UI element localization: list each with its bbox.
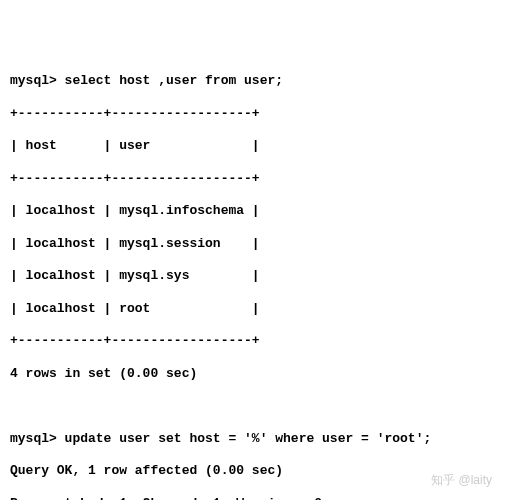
table-header: | host | user |: [10, 138, 496, 154]
blank-line: [10, 398, 496, 414]
table-row: | localhost | mysql.session |: [10, 236, 496, 252]
terminal-line-prompt: mysql> select host ,user from user;: [10, 73, 496, 89]
result-footer: 4 rows in set (0.00 sec): [10, 366, 496, 382]
terminal-line-prompt: mysql> update user set host = '%' where …: [10, 431, 496, 447]
table-row: | localhost | mysql.sys |: [10, 268, 496, 284]
result-line: Rows matched: 1 Changed: 1 Warnings: 0: [10, 496, 496, 501]
table-border: +-----------+------------------+: [10, 106, 496, 122]
table-border: +-----------+------------------+: [10, 171, 496, 187]
table-row: | localhost | mysql.infoschema |: [10, 203, 496, 219]
result-line: Query OK, 1 row affected (0.00 sec): [10, 463, 496, 479]
watermark: 知乎 @laity: [431, 473, 492, 488]
table-row: | localhost | root |: [10, 301, 496, 317]
table-border: +-----------+------------------+: [10, 333, 496, 349]
